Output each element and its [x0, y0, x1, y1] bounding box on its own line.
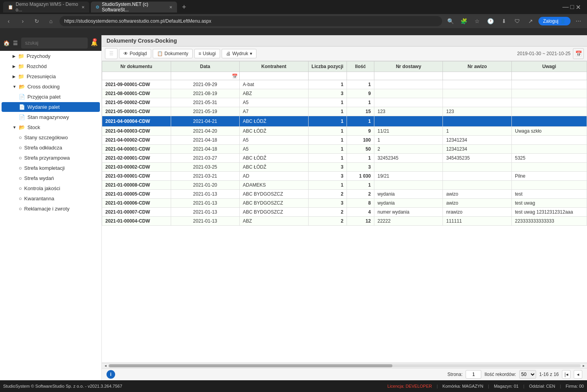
sidebar-label-wydanie-palet: Wydanie palet [27, 104, 60, 110]
table-row[interactable]: 2021-02-00001-CDW 2021-03-27 ABC ŁÓDŹ 1 … [102, 154, 587, 163]
cell-ilosc: 1 [347, 80, 374, 89]
table-row[interactable]: 2021-01-00008-CDW 2021-01-20 ADAMEKS 1 1 [102, 181, 587, 190]
calendar-filter-icon[interactable]: 📅 [232, 74, 238, 79]
history-icon[interactable]: 🕐 [485, 16, 496, 27]
more-button[interactable]: ⋯ [573, 16, 584, 27]
table-row[interactable]: 2021-09-00001-CDW 2021-09-29 A-bat 1 1 [102, 80, 587, 89]
table-row[interactable]: 2021-04-00001-CDW 2021-04-18 A5 1 50 2 1… [102, 145, 587, 154]
scrollbar-thumb[interactable] [109, 364, 392, 367]
sidebar-label-przesuniecia: Przesunięcia [27, 74, 56, 79]
share-icon[interactable]: ↗ [525, 16, 536, 27]
tab-2[interactable]: ⚙ StudioSystem.NET (c) SoftwareSt... ✕ [91, 2, 177, 13]
extensions-icon[interactable]: 🧩 [459, 16, 470, 27]
new-tab-button[interactable]: + [179, 2, 190, 13]
table-row[interactable]: 2021-03-00002-CDW 2021-03-25 ABC ŁÓDŹ 3 … [102, 163, 587, 172]
sidebar-item-wydanie-palet[interactable]: 📄 Wydanie palet [2, 102, 100, 112]
sidebar-item-reklamacje-zwroty[interactable]: ○ Reklamacje i zwroty [2, 204, 100, 214]
favorites-icon[interactable]: ☆ [472, 16, 483, 27]
filter-ilosc-input[interactable] [349, 73, 372, 79]
table-row[interactable]: 2021-04-00004-CDW 2021-04-21 ABC ŁÓDŹ 1 … [102, 116, 587, 127]
prev-page-button[interactable]: ◂ [574, 370, 582, 379]
filter-kontrahent[interactable] [240, 72, 309, 80]
filter-data[interactable]: 📅 [171, 72, 240, 80]
close-button[interactable]: ✕ [576, 4, 581, 11]
table-row[interactable]: 2021-01-00006-CDW 2021-01-13 ABC BYDGOSZ… [102, 199, 587, 208]
download-icon[interactable]: ⬇ [498, 16, 509, 27]
sidebar-item-przyjecia-palet[interactable]: 📄 Przyjęcia palet [2, 92, 100, 102]
cell-kontrahent: A5 [240, 136, 309, 145]
table-row[interactable]: 2021-05-00002-CDW 2021-05-31 A5 1 1 [102, 98, 587, 107]
minimize-button[interactable]: — [562, 4, 569, 11]
sidebar-item-stock[interactable]: ▼ 📂 Stock [2, 122, 100, 132]
sidebar-item-kontrola-jakosci[interactable]: ○ Kontrola jakości [2, 183, 100, 193]
search-icon[interactable]: 🔍 [445, 16, 456, 27]
calendar-icon[interactable]: 📅 [573, 48, 584, 59]
first-page-button[interactable]: |◂ [562, 370, 571, 379]
sidebar-item-strefa-wydan[interactable]: ○ Strefa wydań [2, 173, 100, 183]
sidebar-item-strefa-kompletacji[interactable]: ○ Strefa kompletacji [2, 163, 100, 173]
sidebar-notifications-icon[interactable]: 🔔5 [91, 38, 98, 49]
filter-uwagi-input[interactable] [513, 73, 585, 79]
sidebar-menu-icon[interactable]: ☰ [13, 38, 18, 49]
filter-nr-dokumentu-input[interactable] [104, 73, 169, 79]
sidebar-label-strefa-kompletacji: Strefa kompletacji [24, 165, 65, 171]
maximize-button[interactable]: □ [570, 4, 574, 11]
login-button[interactable]: Zaloguj 👤 [538, 17, 571, 25]
filter-ilosc[interactable] [347, 72, 374, 80]
per-page-select[interactable]: 25 50 100 200 [519, 370, 536, 379]
home-button[interactable]: ⌂ [45, 16, 56, 27]
menu-button[interactable]: ☰ [105, 48, 117, 59]
table-row[interactable]: 2021-08-00001-CDW 2021-08-19 ABZ 3 9 [102, 89, 587, 98]
sidebar-item-rozchod[interactable]: ▶ 📁 Rozchód [2, 61, 100, 71]
tab-2-close[interactable]: ✕ [169, 5, 172, 9]
reload-button[interactable]: ↻ [31, 16, 42, 27]
filter-data-input[interactable] [173, 73, 238, 79]
podglad-button[interactable]: 👁 Podgląd [119, 49, 151, 58]
cell-kontrahent: A5 [240, 145, 309, 154]
filter-nr-dostawy-input[interactable] [376, 73, 441, 79]
shield-icon[interactable]: 🛡 [512, 16, 523, 27]
sidebar-item-stan-magazynowy[interactable]: 📄 Stan magazynowy [2, 112, 100, 122]
back-button[interactable]: ‹ [3, 16, 14, 27]
address-input[interactable] [60, 16, 442, 26]
cell-uwagi: 5325 [512, 154, 587, 163]
sidebar-item-strefa-odkladcza[interactable]: ○ Strefa odkładcza [2, 143, 100, 153]
horizontal-scrollbar[interactable]: ◂ ▸ [102, 363, 587, 368]
filter-liczba-input[interactable] [310, 73, 345, 79]
info-button[interactable]: i [107, 370, 115, 379]
cell-nr: 2021-05-00001-CDW [102, 107, 171, 116]
scroll-right-button[interactable]: ▸ [581, 363, 586, 369]
cell-kontrahent: ABC ŁÓDŹ [240, 127, 309, 136]
tab-1-close[interactable]: ✕ [81, 5, 85, 9]
page-input[interactable] [466, 370, 481, 379]
sidebar-home-icon[interactable]: 🏠 [3, 38, 10, 49]
filter-liczba[interactable] [308, 72, 347, 80]
sidebar-item-kwarantanna[interactable]: ○ Kwarantanna [2, 194, 100, 203]
table-row[interactable]: 2021-01-00004-CDW 2021-01-13 ABZ 2 12 22… [102, 217, 587, 226]
filter-nr-awizo[interactable] [443, 72, 512, 80]
table-row[interactable]: 2021-04-00002-CDW 2021-04-18 A5 1 100 1 … [102, 136, 587, 145]
scroll-left-button[interactable]: ◂ [103, 363, 108, 369]
filter-uwagi[interactable] [512, 72, 587, 80]
dokumenty-button[interactable]: 📋 Dokumenty [153, 49, 193, 58]
sidebar-item-stany-szczegolowo[interactable]: ○ Stany szczegółowo [2, 133, 100, 142]
sidebar-item-cross-docking[interactable]: ▼ 📂 Cross docking [2, 82, 100, 92]
wydruk-button[interactable]: 🖨 Wydruk ▾ [222, 49, 256, 58]
filter-nr-dokumentu[interactable] [102, 72, 171, 80]
filter-nr-awizo-input[interactable] [444, 73, 510, 79]
uslugi-button[interactable]: ≡ Usługi [194, 49, 220, 58]
sidebar-item-przychody[interactable]: ▶ 📁 Przychody [2, 51, 100, 61]
table-row[interactable]: 2021-01-00005-CDW 2021-01-13 ABC BYDGOSZ… [102, 190, 587, 199]
filter-kontrahent-input[interactable] [241, 73, 307, 79]
table-row[interactable]: 2021-01-00007-CDW 2021-01-13 ABC BYDGOSZ… [102, 208, 587, 217]
sidebar-item-strefa-przyrampowa[interactable]: ○ Strefa przyrampowa [2, 153, 100, 163]
table-row[interactable]: 2021-03-00001-CDW 2021-03-21 AD 3 1 030 … [102, 172, 587, 181]
col-uwagi: Uwagi [512, 61, 587, 72]
filter-nr-dostawy[interactable] [374, 72, 443, 80]
tab-1[interactable]: 📋 Demo Magazyn WMS - Demo o... ✕ [3, 2, 89, 13]
forward-button[interactable]: › [17, 16, 28, 27]
table-row[interactable]: 2021-05-00001-CDW 2021-05-19 A7 1 15 123… [102, 107, 587, 116]
table-row[interactable]: 2021-04-00003-CDW 2021-04-20 ABC ŁÓDŹ 1 … [102, 127, 587, 136]
sidebar-item-przesuniecia[interactable]: ▶ 📁 Przesunięcia [2, 72, 100, 81]
sidebar-search-input[interactable] [21, 38, 88, 49]
